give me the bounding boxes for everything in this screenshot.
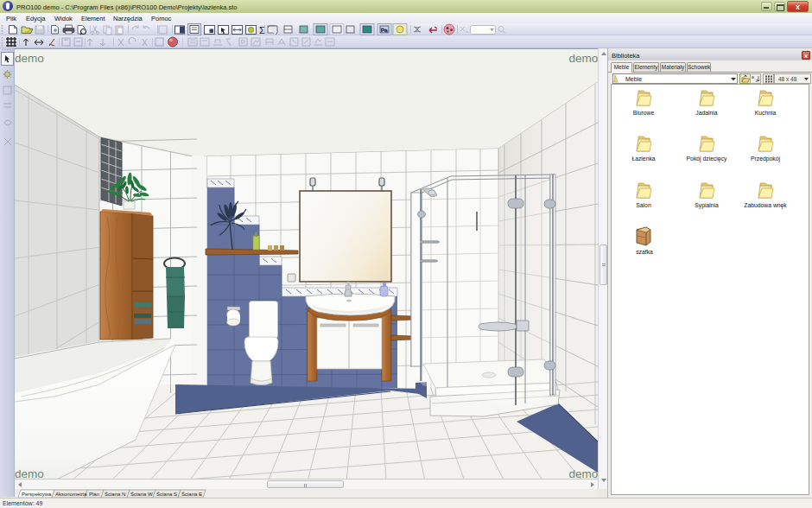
svg-text:demo: demo <box>15 52 44 65</box>
svg-text:Jadalnia: Jadalnia <box>695 110 718 116</box>
svg-text:Pa: Pa <box>381 28 388 33</box>
svg-text:Kuchnia: Kuchnia <box>755 110 777 116</box>
svg-text:Salon: Salon <box>636 202 651 208</box>
svg-text:Perspektywa: Perspektywa <box>22 492 52 497</box>
svg-text:Ściana E: Ściana E <box>181 491 202 497</box>
svg-text:Aksonometria: Aksonometria <box>55 492 87 497</box>
svg-text:Łazienka: Łazienka <box>631 156 655 162</box>
svg-text:Σ: Σ <box>259 25 265 35</box>
svg-text:Ściana S: Ściana S <box>156 491 177 497</box>
svg-text:Zabudowa wnęk: Zabudowa wnęk <box>744 202 787 209</box>
svg-text:Sypialnia: Sypialnia <box>695 202 719 209</box>
svg-text:Pokój dziecięcy: Pokój dziecięcy <box>687 156 727 162</box>
svg-text:a: a <box>752 74 754 79</box>
svg-text:Biurowe: Biurowe <box>633 110 655 116</box>
svg-text:Plan: Plan <box>89 492 99 497</box>
svg-text:Ściana W: Ściana W <box>130 491 153 497</box>
svg-text:48 x 48: 48 x 48 <box>778 76 797 82</box>
svg-text:Przedpokój: Przedpokój <box>751 156 780 162</box>
svg-text:Ściana N: Ściana N <box>105 491 125 497</box>
svg-text:demo: demo <box>569 52 599 65</box>
svg-text:szafka: szafka <box>636 249 653 255</box>
